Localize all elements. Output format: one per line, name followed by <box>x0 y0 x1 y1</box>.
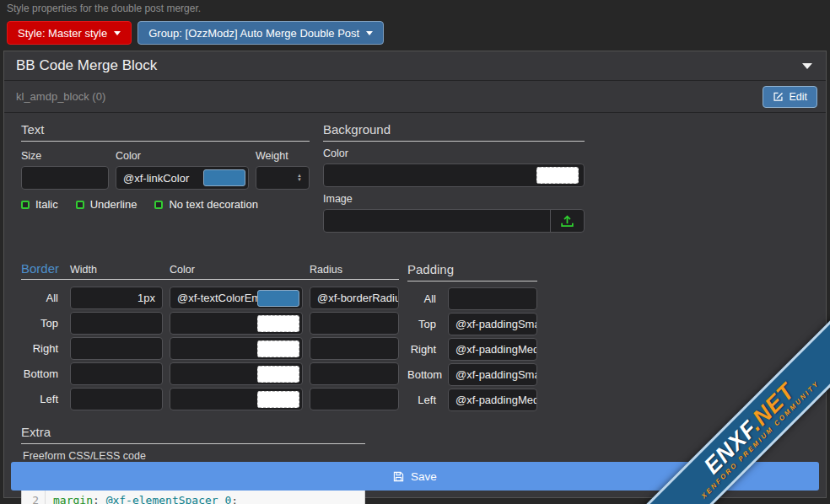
border-all-color-input[interactable]: @xf-textColorEm <box>170 287 303 309</box>
checkbox-icon <box>21 201 30 209</box>
group-selector-label: Group: [OzzModz] Auto Merge Double Post <box>148 27 359 40</box>
css-terminator: ; <box>231 494 238 504</box>
text-size-field: Size <box>21 147 109 190</box>
line-number: 2 <box>22 491 46 504</box>
border-row-label: Left <box>21 393 63 405</box>
text-style-checkboxes: Italic Underline No text decoration <box>21 198 310 211</box>
border-section-title[interactable]: Border <box>21 261 63 276</box>
border-left-radius-input[interactable] <box>310 388 399 410</box>
border-row-label: Bottom <box>21 367 63 380</box>
border-all-color-value: @xf-textColorEm <box>170 292 257 304</box>
border-bottom-radius-input[interactable] <box>310 362 399 385</box>
background-image-label: Image <box>323 193 585 205</box>
background-color-input[interactable] <box>323 164 585 187</box>
padding-rows: All Top @xf-paddingSmall Right @xf-paddi… <box>407 287 537 411</box>
chevron-down-icon <box>114 31 121 35</box>
padding-all-input[interactable] <box>448 287 537 310</box>
text-weight-field: Weight ▲▼ <box>256 147 310 190</box>
border-section: Border Width Color Radius All 1px @xf-te… <box>21 261 399 411</box>
border-all-radius-input[interactable]: @xf-borderRadiusMedium <box>310 287 399 309</box>
padding-row-label: Right <box>407 343 441 356</box>
italic-label: Italic <box>35 198 58 211</box>
border-right-color-input[interactable] <box>170 337 303 360</box>
freeform-css-label: Freeform CSS/LESS code <box>23 450 365 462</box>
edit-button[interactable]: Edit <box>763 86 817 108</box>
border-right-width-input[interactable] <box>70 337 163 360</box>
background-image-input[interactable] <box>323 209 585 233</box>
padding-row-label: Bottom <box>407 368 441 381</box>
background-section: Background Color Image <box>323 121 585 233</box>
text-section: Text Size Color @xf-linkColor <box>21 121 310 233</box>
padding-bottom-input[interactable]: @xf-paddingSmall <box>448 363 537 386</box>
padding-right-value: @xf-paddingMedium <box>455 343 537 356</box>
css-value: @xf-elementSpacer 0 <box>106 494 232 504</box>
upload-image-button[interactable] <box>550 210 584 232</box>
color-swatch[interactable] <box>257 366 299 383</box>
style-selector-button[interactable]: Style: Master style <box>7 21 132 45</box>
border-top-radius-input[interactable] <box>310 312 399 335</box>
page-description: Style properties for the double post mer… <box>0 0 830 14</box>
border-top-color-input[interactable] <box>170 312 303 335</box>
padding-row-label: Top <box>407 318 441 330</box>
no-text-decoration-label: No text decoration <box>169 198 258 211</box>
border-top-width-input[interactable] <box>70 312 163 335</box>
border-left-color-input[interactable] <box>170 388 303 410</box>
text-color-field: Color @xf-linkColor <box>116 147 249 190</box>
text-color-input[interactable]: @xf-linkColor <box>116 166 249 190</box>
padding-right-input[interactable]: @xf-paddingMedium <box>448 338 537 361</box>
text-weight-select[interactable]: ▲▼ <box>256 166 310 190</box>
size-label: Size <box>21 150 109 162</box>
border-row-label: Top <box>21 317 63 330</box>
panel-subheader: kl_amdp_block (0) Edit <box>4 81 826 113</box>
border-all-width-input[interactable]: 1px <box>70 287 163 309</box>
border-bottom-color-input[interactable] <box>170 362 303 385</box>
padding-left-input[interactable]: @xf-paddingMedium <box>448 389 537 411</box>
border-radius-column-label: Radius <box>310 264 399 276</box>
weight-label: Weight <box>256 150 310 162</box>
padding-top-value: @xf-paddingSmall <box>455 318 537 330</box>
background-color-label: Color <box>323 147 585 159</box>
edit-pencil-icon <box>773 91 784 102</box>
padding-row-label: All <box>407 292 441 305</box>
select-spinner-icon: ▲▼ <box>297 174 302 182</box>
save-floppy-icon <box>393 471 404 482</box>
color-swatch[interactable] <box>257 340 299 357</box>
color-swatch[interactable] <box>203 169 245 186</box>
border-all-width-value: 1px <box>137 292 155 304</box>
text-size-input[interactable] <box>21 166 109 190</box>
border-row-label: All <box>21 292 63 304</box>
border-left-width-input[interactable] <box>70 388 163 410</box>
checkbox-icon <box>76 201 84 209</box>
style-selector-label: Style: Master style <box>18 27 107 40</box>
upload-icon <box>560 215 574 228</box>
color-swatch[interactable] <box>257 315 299 332</box>
italic-checkbox[interactable]: Italic <box>21 198 58 211</box>
code-line: 2 margin: @xf-elementSpacer 0; <box>22 491 364 504</box>
border-all-radius-value: @xf-borderRadiusMedium <box>317 292 399 304</box>
padding-left-value: @xf-paddingMedium <box>455 394 537 406</box>
edit-button-label: Edit <box>789 91 807 103</box>
group-selector-button[interactable]: Group: [OzzModz] Auto Merge Double Post <box>137 21 384 45</box>
border-bottom-width-input[interactable] <box>70 362 163 385</box>
color-swatch[interactable] <box>257 391 299 408</box>
property-name: kl_amdp_block (0) <box>16 90 105 103</box>
panel-header[interactable]: BB Code Merge Block <box>4 51 826 81</box>
underline-checkbox[interactable]: Underline <box>76 198 137 211</box>
color-swatch[interactable] <box>257 290 299 307</box>
border-width-column-label: Width <box>70 264 163 276</box>
text-color-value: @xf-linkColor <box>116 172 203 185</box>
style-property-panel: BB Code Merge Block kl_amdp_block (0) Ed… <box>3 51 827 498</box>
color-label: Color <box>116 150 249 162</box>
border-rows: All 1px @xf-textColorEm @xf-borderRadius… <box>21 287 399 410</box>
chevron-down-icon[interactable] <box>802 63 812 69</box>
border-section-header: Border Width Color Radius <box>21 261 399 280</box>
color-swatch[interactable] <box>536 167 579 184</box>
panel-content: Text Size Color @xf-linkColor <box>4 113 826 504</box>
text-section-title: Text <box>21 121 310 142</box>
padding-top-input[interactable]: @xf-paddingSmall <box>448 313 537 335</box>
border-right-radius-input[interactable] <box>310 337 399 360</box>
underline-label: Underline <box>90 198 137 211</box>
no-text-decoration-checkbox[interactable]: No text decoration <box>154 198 258 211</box>
border-row-label: Right <box>21 342 63 355</box>
style-toolbar: Style: Master style Group: [OzzModz] Aut… <box>7 21 830 45</box>
